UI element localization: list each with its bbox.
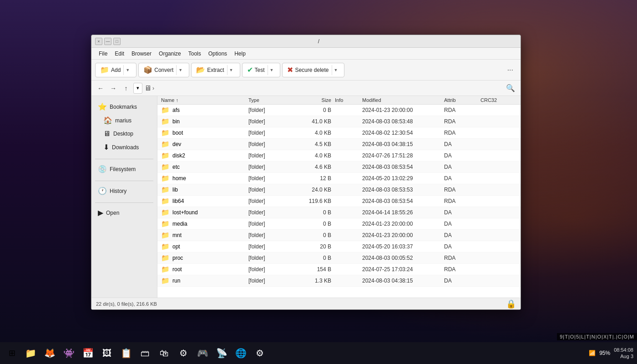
table-row[interactable]: 📁 disk2 [folder] 4.0 KB 2024-07-26 17:51…	[157, 150, 521, 162]
table-row[interactable]: 📁 etc [folder] 4.6 KB 2024-08-03 08:53:5…	[157, 162, 521, 173]
file-name-cell: 📁 media	[161, 220, 248, 228]
secure-delete-button-inner: ✖ Secure delete	[287, 66, 329, 74]
add-dropdown-arrow[interactable]: ▼	[123, 65, 131, 75]
test-label: Test	[255, 67, 265, 73]
search-button[interactable]: 🔍	[504, 82, 517, 95]
table-row[interactable]: 📁 media [folder] 0 B 2024-01-23 20:00:00…	[157, 218, 521, 230]
file-size: 119.6 KB	[294, 198, 335, 204]
sidebar-item-downloads[interactable]: ⬇ Downloads	[93, 141, 155, 154]
sidebar-item-history[interactable]: 🕐 History	[93, 184, 155, 197]
table-row[interactable]: 📁 dev [folder] 4.5 KB 2024-08-03 04:38:1…	[157, 139, 521, 150]
watermark: 9|T|O|5|L|T|N|O|X|T|.|C|O|M	[557, 333, 637, 340]
file-name-cell: 📁 mnt	[161, 231, 248, 239]
table-row[interactable]: 📁 bin [folder] 41.0 KB 2024-08-03 08:53:…	[157, 116, 521, 127]
taskbar-app-files-app[interactable]: 📁	[22, 344, 39, 362]
file-name: etc	[172, 164, 180, 170]
table-row[interactable]: 📁 root [folder] 154 B 2024-07-25 17:03:2…	[157, 264, 521, 275]
test-dropdown-arrow[interactable]: ▼	[268, 65, 276, 75]
sidebar-item-desktop[interactable]: 🖥 Desktop	[93, 127, 155, 140]
secure-delete-dropdown-arrow[interactable]: ▼	[332, 65, 340, 75]
status-bar: 22 dir(s), 0 file(s), 216.6 KB 🔒	[91, 298, 521, 309]
taskbar-app-settings[interactable]: ⚙	[251, 344, 268, 362]
filesystem-icon: 💿	[98, 165, 107, 173]
menu-file[interactable]: File	[95, 50, 111, 58]
header-crc32[interactable]: CRC32	[480, 97, 517, 103]
table-row[interactable]: 📁 lib [folder] 24.0 KB 2024-08-03 08:53:…	[157, 184, 521, 196]
menu-browser[interactable]: Browser	[128, 50, 155, 58]
header-info[interactable]: Info	[335, 97, 362, 103]
extract-button[interactable]: 📂 Extract ▼	[191, 63, 240, 77]
taskbar-app-screenshot[interactable]: 🖼	[98, 344, 116, 362]
header-modified[interactable]: Modified	[362, 97, 444, 103]
header-type[interactable]: Type	[248, 97, 294, 103]
folder-icon: 📁	[161, 254, 170, 262]
file-type: [folder]	[248, 278, 294, 284]
back-button[interactable]: ←	[95, 83, 106, 94]
taskbar-app-game-app[interactable]: 👾	[60, 344, 77, 362]
taskbar-app-firefox[interactable]: 🦊	[41, 344, 58, 362]
taskbar-app-browser[interactable]: 🌐	[232, 344, 249, 362]
forward-button[interactable]: →	[108, 83, 119, 94]
more-button[interactable]: ···	[504, 64, 517, 76]
file-size: 4.0 KB	[294, 130, 335, 136]
table-row[interactable]: 📁 proc [folder] 0 B 2024-08-03 00:05:52 …	[157, 253, 521, 264]
table-row[interactable]: 📁 lost+found [folder] 0 B 2024-04-14 18:…	[157, 207, 521, 218]
table-row[interactable]: 📁 home [folder] 12 B 2024-05-20 13:02:29…	[157, 173, 521, 184]
table-row[interactable]: 📁 boot [folder] 4.0 KB 2024-08-02 12:30:…	[157, 127, 521, 139]
file-name: root	[172, 266, 182, 273]
table-row[interactable]: 📁 lib64 [folder] 119.6 KB 2024-08-03 08:…	[157, 196, 521, 207]
wifi-icon: 📶	[589, 350, 596, 356]
systray: 📶 95% 08:54:08 Aug 3	[589, 347, 633, 360]
close-button[interactable]: ×	[95, 38, 102, 45]
header-size[interactable]: Size	[294, 97, 335, 103]
taskbar-app-store[interactable]: 🛍	[156, 344, 173, 362]
file-name: run	[172, 278, 180, 284]
taskbar-app-steam[interactable]: 🎮	[194, 344, 211, 362]
file-name: dev	[172, 141, 181, 147]
table-row[interactable]: 📁 mnt [folder] 0 B 2024-01-23 20:00:00 D…	[157, 230, 521, 241]
header-attrib[interactable]: Attrib	[444, 97, 480, 103]
sidebar-item-open[interactable]: ▶ Open	[93, 206, 155, 219]
up-button[interactable]: ↑	[121, 83, 131, 94]
convert-button[interactable]: 📦 Convert ▼	[138, 63, 189, 77]
minimize-button[interactable]: —	[104, 38, 111, 45]
secure-delete-button[interactable]: ✖ Secure delete ▼	[282, 63, 344, 77]
taskbar-app-filezilla[interactable]: 📡	[213, 344, 230, 362]
taskbar-app-archive-manager[interactable]: 🗃	[136, 344, 154, 362]
toolbar: 📁 Add ▼ 📦 Convert ▼ 📂 Extract ▼ ✔	[91, 60, 521, 81]
convert-dropdown-arrow[interactable]: ▼	[176, 65, 184, 75]
table-row[interactable]: 📁 opt [folder] 20 B 2024-05-20 16:03:37 …	[157, 241, 521, 253]
path-dropdown[interactable]: ▾	[133, 83, 142, 94]
history-icon: 🕐	[98, 187, 107, 195]
table-row[interactable]: 📁 afs [folder] 0 B 2024-01-23 20:00:00 R…	[157, 105, 521, 116]
file-name: media	[172, 221, 187, 227]
add-button[interactable]: 📁 Add ▼	[95, 63, 136, 77]
taskbar-app-clipboard[interactable]: 📋	[117, 344, 135, 362]
file-rows-container: 📁 afs [folder] 0 B 2024-01-23 20:00:00 R…	[157, 105, 521, 287]
menu-edit[interactable]: Edit	[111, 50, 128, 58]
menu-help[interactable]: Help	[231, 50, 249, 58]
table-row[interactable]: 📁 run [folder] 1.3 KB 2024-08-03 04:38:1…	[157, 275, 521, 287]
sidebar-item-bookmarks[interactable]: ⭐ Bookmarks	[93, 100, 155, 113]
taskbar-app-calendar[interactable]: 📅	[79, 344, 96, 362]
sidebar-item-filesystem[interactable]: 💿 Filesystem	[93, 162, 155, 176]
menu-options[interactable]: Options	[205, 50, 231, 58]
path-separator: ›	[152, 85, 154, 91]
sidebar-item-marius[interactable]: 🏠 marius	[93, 114, 155, 127]
header-name[interactable]: Name ↑	[161, 97, 248, 103]
file-name-cell: 📁 lost+found	[161, 208, 248, 217]
taskbar-app-settings-app2[interactable]: ⚙	[175, 344, 192, 362]
maximize-button[interactable]: □	[113, 38, 121, 45]
file-attrib: DA	[444, 209, 480, 216]
file-name-cell: 📁 etc	[161, 163, 248, 171]
menu-organize[interactable]: Organize	[155, 50, 185, 58]
sidebar-divider-1	[95, 159, 153, 159]
extract-dropdown-arrow[interactable]: ▼	[227, 65, 235, 75]
taskbar-start-button[interactable]: ⊞	[4, 345, 20, 361]
secure-delete-label: Secure delete	[295, 67, 329, 73]
file-attrib: DA	[444, 141, 480, 147]
menu-tools[interactable]: Tools	[185, 50, 205, 58]
file-size: 4.6 KB	[294, 164, 335, 170]
test-button[interactable]: ✔ Test ▼	[242, 63, 281, 77]
file-attrib: DA	[444, 278, 480, 284]
